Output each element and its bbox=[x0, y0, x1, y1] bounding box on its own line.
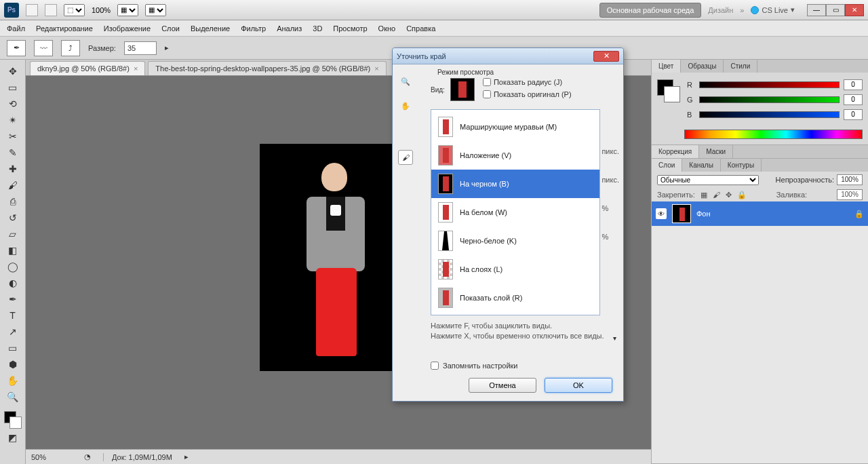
view-marching-ants[interactable]: Марширующие муравьи (M) bbox=[431, 113, 599, 141]
tab-swatches[interactable]: Образцы bbox=[681, 60, 724, 73]
heal-tool-icon[interactable]: ✚ bbox=[4, 161, 22, 176]
layer-row[interactable]: 👁 Фон 🔒 bbox=[652, 201, 868, 226]
tab-adjustments[interactable]: Коррекция bbox=[652, 145, 699, 158]
lasso-tool-icon[interactable]: ⟲ bbox=[4, 96, 22, 111]
tab-layers[interactable]: Слои bbox=[652, 159, 682, 172]
blur-tool-icon[interactable]: ◯ bbox=[4, 259, 22, 274]
shape-tool-icon[interactable]: ▭ bbox=[4, 341, 22, 355]
r-value[interactable]: 0 bbox=[844, 79, 863, 90]
menu-select[interactable]: Выделение bbox=[191, 24, 230, 33]
status-arrow-icon[interactable]: ▸ bbox=[184, 452, 189, 461]
view-black-white[interactable]: Черно-белое (K) bbox=[431, 227, 599, 255]
gradient-tool-icon[interactable]: ◧ bbox=[4, 243, 22, 258]
dodge-tool-icon[interactable]: ◐ bbox=[4, 275, 22, 290]
zoom-tool-icon[interactable]: 🔍 bbox=[4, 389, 22, 404]
workspace-more-icon[interactable]: » bbox=[740, 6, 744, 14]
move-tool-icon[interactable]: ✥ bbox=[4, 64, 22, 79]
menu-view[interactable]: Просмотр bbox=[333, 24, 367, 33]
pen-tool-icon[interactable]: ✒ bbox=[4, 292, 22, 307]
zoom-value[interactable]: 50% bbox=[31, 453, 72, 461]
tab-styles[interactable]: Стили bbox=[724, 60, 757, 73]
type-tool-icon[interactable]: T bbox=[4, 308, 22, 323]
tab-close-icon[interactable]: × bbox=[134, 64, 138, 73]
document-tab-1[interactable]: dkny9.jpg @ 50% (RGB/8#)× bbox=[30, 61, 145, 75]
spectrum-bar[interactable] bbox=[684, 130, 863, 139]
size-input[interactable]: 35 bbox=[124, 41, 157, 55]
view-overlay[interactable]: Наложение (V) bbox=[431, 141, 599, 170]
tab-close-icon[interactable]: × bbox=[374, 64, 378, 73]
quick-select-tool-icon[interactable]: ✴ bbox=[4, 113, 22, 128]
refine-brush-icon[interactable]: 🖌 bbox=[398, 150, 413, 165]
menu-edit[interactable]: Редактирование bbox=[36, 24, 93, 33]
dialog-close-button[interactable]: ✕ bbox=[593, 51, 619, 62]
view-on-white[interactable]: На белом (W) bbox=[431, 198, 599, 227]
b-slider[interactable] bbox=[699, 111, 840, 118]
view-on-black[interactable]: На черном (B) bbox=[431, 170, 599, 198]
brush-preset-icon[interactable]: 〰 bbox=[34, 40, 53, 56]
tab-color[interactable]: Цвет bbox=[652, 60, 681, 73]
launch-bridge-icon[interactable] bbox=[26, 4, 38, 16]
g-value[interactable]: 0 bbox=[844, 94, 863, 105]
close-button[interactable]: ✕ bbox=[845, 4, 864, 16]
menu-help[interactable]: Справка bbox=[406, 24, 435, 33]
background-color[interactable] bbox=[9, 417, 22, 429]
hand-tool-icon[interactable]: ✋ bbox=[398, 98, 413, 113]
dialog-titlebar[interactable]: Уточнить край ✕ bbox=[393, 48, 623, 64]
show-original-checkbox[interactable]: Показать оригинал (P) bbox=[483, 90, 572, 98]
marquee-tool-icon[interactable]: ▭ bbox=[4, 80, 22, 95]
remember-checkbox[interactable] bbox=[431, 362, 439, 370]
document-tab-2[interactable]: The-best-top-spring-desktop-wallpapers-3… bbox=[148, 61, 386, 75]
lock-position-icon[interactable]: ✥ bbox=[726, 191, 732, 199]
layer-thumbnail[interactable] bbox=[672, 204, 691, 223]
screen-mode-select[interactable]: ⬚ bbox=[64, 4, 85, 16]
menu-file[interactable]: Файл bbox=[7, 24, 25, 33]
menu-layers[interactable]: Слои bbox=[161, 24, 180, 33]
menu-3d[interactable]: 3D bbox=[313, 24, 322, 33]
design-workspace[interactable]: Дизайн bbox=[708, 6, 733, 14]
history-brush-tool-icon[interactable]: ↺ bbox=[4, 210, 22, 225]
zoom-tool-icon[interactable]: 🔍 bbox=[398, 74, 413, 89]
menu-image[interactable]: Изображение bbox=[104, 24, 151, 33]
size-stepper-icon[interactable]: ▸ bbox=[165, 43, 169, 52]
tab-channels[interactable]: Каналы bbox=[682, 159, 721, 172]
color-picker[interactable] bbox=[4, 411, 22, 429]
eraser-tool-icon[interactable]: ▱ bbox=[4, 227, 22, 241]
fill-value[interactable]: 100% bbox=[837, 189, 863, 200]
blend-mode-select[interactable]: Обычные bbox=[657, 175, 759, 185]
current-tool-icon[interactable]: ✒ bbox=[7, 40, 26, 56]
crop-tool-icon[interactable]: ✂ bbox=[4, 129, 22, 144]
lock-all-icon[interactable]: 🔒 bbox=[737, 191, 747, 199]
hand-tool-icon[interactable]: ✋ bbox=[4, 373, 22, 388]
cancel-button[interactable]: Отмена bbox=[469, 378, 536, 393]
tab-paths[interactable]: Контуры bbox=[721, 159, 762, 172]
extras-select[interactable]: ▦ bbox=[145, 4, 166, 16]
arrange-select[interactable]: ▦ bbox=[117, 4, 138, 16]
r-slider[interactable] bbox=[699, 81, 840, 88]
minimize-button[interactable]: — bbox=[807, 4, 826, 16]
view-thumbnail[interactable] bbox=[450, 78, 475, 101]
maximize-button[interactable]: ▭ bbox=[826, 4, 845, 16]
tab-masks[interactable]: Маски bbox=[699, 145, 733, 158]
view-reveal-layer[interactable]: Показать слой (R) bbox=[431, 284, 599, 312]
menu-analysis[interactable]: Анализ bbox=[277, 24, 302, 33]
show-radius-checkbox[interactable]: Показать радиус (J) bbox=[483, 78, 572, 86]
stamp-tool-icon[interactable]: ⎙ bbox=[4, 194, 22, 209]
path-tool-icon[interactable]: ↗ bbox=[4, 324, 22, 339]
layer-name[interactable]: Фон bbox=[696, 210, 711, 218]
cs-live[interactable]: CS Live▾ bbox=[751, 5, 795, 14]
output-dropdown-icon[interactable]: ▾ bbox=[613, 334, 616, 342]
visibility-icon[interactable]: 👁 bbox=[656, 208, 667, 219]
menu-window[interactable]: Окно bbox=[378, 24, 396, 33]
g-slider[interactable] bbox=[699, 96, 840, 103]
brush-tool-icon[interactable]: 🖌 bbox=[4, 178, 22, 193]
eyedropper-tool-icon[interactable]: ✎ bbox=[4, 145, 22, 160]
lock-pixels-icon[interactable]: 🖌 bbox=[713, 191, 720, 199]
opacity-value[interactable]: 100% bbox=[837, 174, 863, 185]
quick-mask-icon[interactable]: ◩ bbox=[4, 430, 22, 445]
b-value[interactable]: 0 bbox=[844, 109, 863, 120]
ok-button[interactable]: OK bbox=[545, 378, 612, 393]
3d-tool-icon[interactable]: ⬢ bbox=[4, 357, 22, 372]
workspace-button[interactable]: Основная рабочая среда bbox=[599, 3, 702, 18]
brush-mode-icon[interactable]: ⤴ bbox=[61, 40, 80, 56]
lock-transparent-icon[interactable]: ▦ bbox=[701, 191, 707, 199]
